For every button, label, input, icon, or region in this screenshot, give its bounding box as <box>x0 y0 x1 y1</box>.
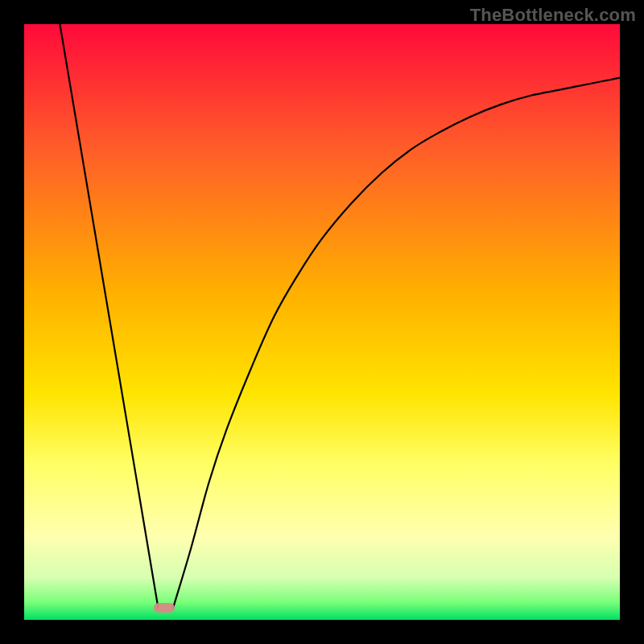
watermark-text: TheBottleneck.com <box>470 5 636 26</box>
gradient-background <box>24 24 620 620</box>
plot-svg <box>24 24 620 620</box>
plot-area <box>24 24 620 620</box>
chart-frame: TheBottleneck.com <box>0 0 644 644</box>
optimal-point-marker <box>154 603 175 613</box>
